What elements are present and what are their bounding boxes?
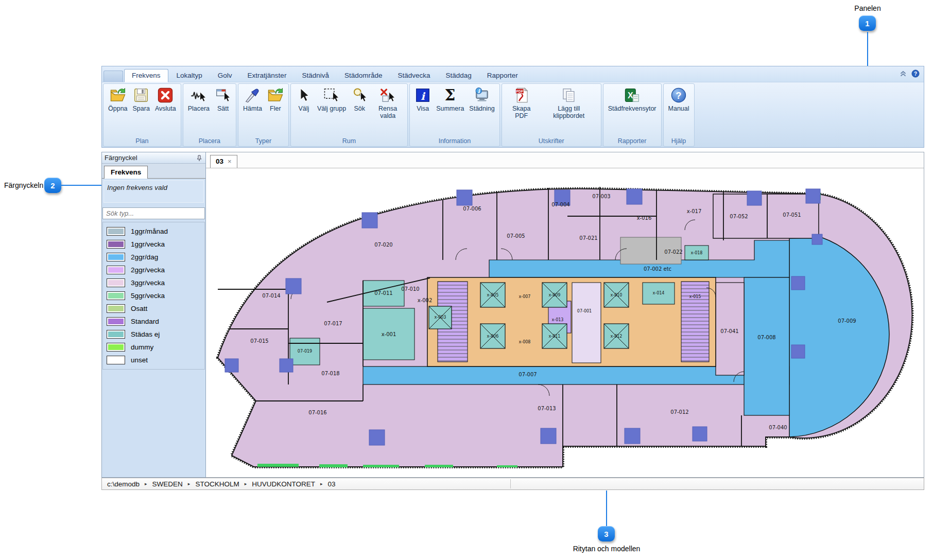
breadcrumb-item[interactable]: c:\demodb <box>107 480 140 488</box>
open-button[interactable]: Öppna <box>106 86 130 113</box>
breadcrumb-item[interactable]: SWEDEN <box>152 480 183 488</box>
legend-item-unset[interactable]: unset <box>103 354 204 366</box>
marker-square <box>225 359 238 372</box>
legend-label: 5ggr/vecka <box>131 292 165 300</box>
open-icon <box>110 87 126 103</box>
ribbon-tab-strip: FrekvensLokaltypGolvExtratjänsterStädniv… <box>102 66 924 82</box>
callout-2-label: Färgnyckeln <box>4 181 43 189</box>
button-label: Skapa PDF <box>507 105 537 119</box>
pdf-button[interactable]: PDFSkapa PDF <box>505 86 539 120</box>
room-label-x-009: x-009 <box>549 293 561 297</box>
info-button[interactable]: iVisa <box>412 86 433 113</box>
set-button[interactable]: Sätt <box>213 86 233 113</box>
room-label-x-010: x-010 <box>611 293 623 297</box>
legend-item-2ggr-vecka[interactable]: 2ggr/vecka <box>103 264 204 276</box>
legend-label: 2ggr/dag <box>131 253 158 261</box>
ribbon-panel: FrekvensLokaltypGolvExtratjänsterStädniv… <box>101 66 924 148</box>
ribbon-group-rum: VäljVälj gruppSökRensa valdaRum <box>290 83 408 147</box>
marker-square <box>369 430 385 445</box>
fetch-icon <box>244 87 261 103</box>
button-label: Fler <box>270 105 281 112</box>
help-icon[interactable]: ? <box>911 69 920 78</box>
room-label-07-007: 07-007 <box>519 372 537 377</box>
legend-item-osatt[interactable]: Osatt <box>103 302 204 315</box>
close-icon[interactable]: × <box>228 158 232 165</box>
legend-item-1ggr-vecka[interactable]: 1ggr/vecka <box>103 238 204 251</box>
fetch-button[interactable]: Hämta <box>241 86 264 113</box>
room-label-07-022: 07-022 <box>664 249 682 255</box>
room-label-07-011: 07-011 <box>374 290 392 296</box>
document-tab-03[interactable]: 03 × <box>210 155 237 168</box>
type-search-input[interactable] <box>103 209 204 217</box>
room-label-07-012: 07-012 <box>670 409 688 415</box>
room-label-07-015: 07-015 <box>250 338 268 344</box>
type-search-box[interactable] <box>102 207 205 219</box>
svg-text:?: ? <box>676 90 681 101</box>
legend-item-dummy[interactable]: dummy <box>103 341 204 354</box>
excel-button[interactable]: XStädfrekvensytor <box>606 86 659 113</box>
place-button[interactable]: Placera <box>186 86 212 113</box>
marker-square <box>747 191 762 205</box>
select-button[interactable]: Välj <box>293 86 314 113</box>
breadcrumb-item[interactable]: HUVUDKONTORET <box>252 480 315 488</box>
clear-button[interactable]: Rensa valda <box>371 86 405 120</box>
ribbon-tab-rapporter[interactable]: Rapporter <box>480 69 525 82</box>
room-label-x-013: x-013 <box>552 318 564 322</box>
button-label: Avsluta <box>155 105 176 112</box>
ribbon-tab-lokaltyp[interactable]: Lokaltyp <box>169 69 210 82</box>
rooms-topright[interactable] <box>713 194 819 238</box>
ribbon-group-placera: PlaceraSättPlacera <box>183 83 236 147</box>
ribbon-tab-städdag[interactable]: Städdag <box>439 69 479 82</box>
ribbon-tab-golv[interactable]: Golv <box>211 69 239 82</box>
legend-item-3ggr-vecka[interactable]: 3ggr/vecka <box>103 276 204 289</box>
selected-frequency-status: Ingen frekvens vald <box>103 180 204 203</box>
pin-icon[interactable] <box>196 154 203 162</box>
help-button[interactable]: ?Manual <box>666 86 692 113</box>
room-label-x-002: x-002 <box>418 297 433 303</box>
search-button[interactable]: Sök <box>349 86 370 113</box>
more-button[interactable]: Fler <box>265 86 286 113</box>
room-label-07-002-etc: 07-002 etc <box>644 266 671 272</box>
legend-swatch <box>107 227 125 236</box>
sum-button[interactable]: ΣSummera <box>434 86 466 113</box>
ribbon-tab-frekvens[interactable]: Frekvens <box>124 69 168 82</box>
collapse-ribbon-icon[interactable] <box>899 69 907 78</box>
panel-tab-strip: Frekvens <box>102 164 205 179</box>
floor-plan[interactable]: 07-02007-00607-00507-00407-00307-021x-01… <box>209 168 924 477</box>
legend-item-2ggr-dag[interactable]: 2ggr/dag <box>103 251 204 264</box>
callout-2-badge: 2 <box>44 178 61 193</box>
app-menu-tab[interactable] <box>103 71 123 82</box>
room-label-07-013: 07-013 <box>538 406 556 411</box>
breadcrumb-separator-icon: ▸ <box>320 481 323 486</box>
room-label-07-009: 07-009 <box>838 318 856 324</box>
ribbon-tab-städområde[interactable]: Städområde <box>337 69 390 82</box>
panel-tab-frekvens[interactable]: Frekvens <box>104 166 148 179</box>
legend-item-1ggr-m-nad[interactable]: 1ggr/månad <box>103 225 204 238</box>
cleaning-info-button[interactable]: iStädning <box>467 86 496 113</box>
ribbon-tab-städvecka[interactable]: Städvecka <box>390 69 437 82</box>
save-button[interactable]: Spara <box>131 86 152 113</box>
statusbar-divider <box>510 479 511 488</box>
room-07-008[interactable] <box>744 277 789 415</box>
group-name: Rapporter <box>603 137 661 146</box>
room-label-x-011: x-011 <box>549 334 561 339</box>
clipboard-button[interactable]: Lägg till klippbordet <box>540 86 598 120</box>
legend-label: Städas ej <box>131 330 160 338</box>
room-label-x-001: x-001 <box>382 331 396 337</box>
select-group-button[interactable]: Välj grupp <box>315 86 348 113</box>
legend-item-standard[interactable]: Standard <box>103 315 204 328</box>
legend-item-st-das-ej[interactable]: Städas ej <box>103 328 204 341</box>
marker-square <box>457 190 472 205</box>
exit-icon <box>157 87 174 103</box>
exit-button[interactable]: Avsluta <box>153 86 178 113</box>
group-name: Typer <box>238 137 288 146</box>
legend-item-5ggr-vecka[interactable]: 5ggr/vecka <box>103 289 204 302</box>
breadcrumb-item[interactable]: 03 <box>327 480 335 488</box>
ribbon-tab-extratjänster[interactable]: Extratjänster <box>240 69 294 82</box>
drawing-canvas[interactable]: 03 × <box>206 152 924 478</box>
ribbon-tab-städnivå[interactable]: Städnivå <box>295 69 336 82</box>
room-07-001[interactable] <box>572 283 601 363</box>
callout-1-line <box>867 32 868 66</box>
floor-plan-area[interactable]: 07-02007-00607-00507-00407-00307-021x-01… <box>206 168 924 477</box>
breadcrumb-item[interactable]: STOCKHOLM <box>195 480 239 488</box>
